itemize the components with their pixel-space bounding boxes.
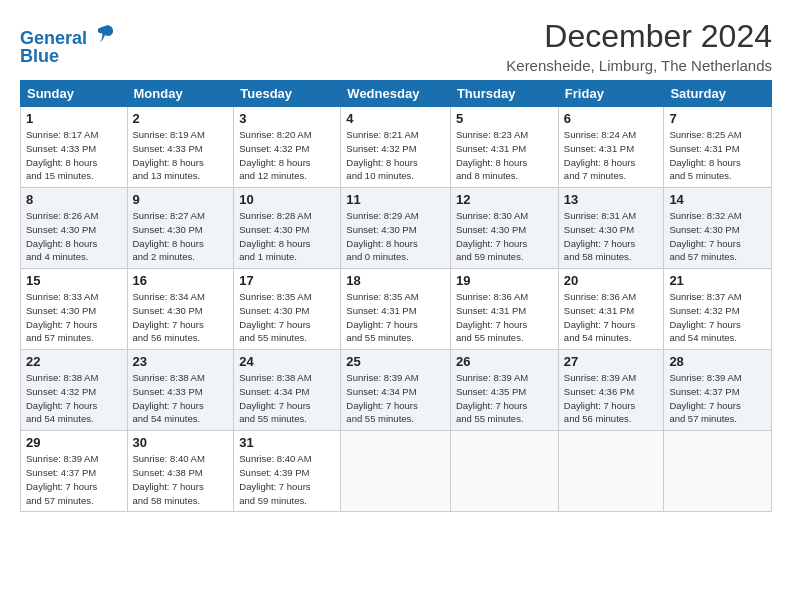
calendar-day-cell: 24Sunrise: 8:38 AM Sunset: 4:34 PM Dayli… — [234, 350, 341, 431]
day-info: Sunrise: 8:37 AM Sunset: 4:32 PM Dayligh… — [669, 290, 766, 345]
day-info: Sunrise: 8:27 AM Sunset: 4:30 PM Dayligh… — [133, 209, 229, 264]
month-title: December 2024 — [506, 18, 772, 55]
day-number: 18 — [346, 273, 445, 288]
calendar-day-cell: 15Sunrise: 8:33 AM Sunset: 4:30 PM Dayli… — [21, 269, 128, 350]
day-number: 12 — [456, 192, 553, 207]
day-number: 10 — [239, 192, 335, 207]
day-info: Sunrise: 8:39 AM Sunset: 4:36 PM Dayligh… — [564, 371, 659, 426]
calendar-day-cell: 16Sunrise: 8:34 AM Sunset: 4:30 PM Dayli… — [127, 269, 234, 350]
day-number: 22 — [26, 354, 122, 369]
day-info: Sunrise: 8:26 AM Sunset: 4:30 PM Dayligh… — [26, 209, 122, 264]
day-info: Sunrise: 8:39 AM Sunset: 4:34 PM Dayligh… — [346, 371, 445, 426]
day-info: Sunrise: 8:25 AM Sunset: 4:31 PM Dayligh… — [669, 128, 766, 183]
day-info: Sunrise: 8:19 AM Sunset: 4:33 PM Dayligh… — [133, 128, 229, 183]
day-info: Sunrise: 8:29 AM Sunset: 4:30 PM Dayligh… — [346, 209, 445, 264]
calendar-week-row: 1Sunrise: 8:17 AM Sunset: 4:33 PM Daylig… — [21, 107, 772, 188]
day-number: 15 — [26, 273, 122, 288]
day-number: 2 — [133, 111, 229, 126]
weekday-header-tuesday: Tuesday — [234, 81, 341, 107]
calendar-day-cell: 6Sunrise: 8:24 AM Sunset: 4:31 PM Daylig… — [558, 107, 664, 188]
calendar-day-cell: 17Sunrise: 8:35 AM Sunset: 4:30 PM Dayli… — [234, 269, 341, 350]
subtitle: Kerensheide, Limburg, The Netherlands — [506, 57, 772, 74]
day-info: Sunrise: 8:34 AM Sunset: 4:30 PM Dayligh… — [133, 290, 229, 345]
day-info: Sunrise: 8:35 AM Sunset: 4:31 PM Dayligh… — [346, 290, 445, 345]
calendar-day-cell: 25Sunrise: 8:39 AM Sunset: 4:34 PM Dayli… — [341, 350, 451, 431]
calendar-day-cell: 5Sunrise: 8:23 AM Sunset: 4:31 PM Daylig… — [450, 107, 558, 188]
day-number: 8 — [26, 192, 122, 207]
calendar-empty-cell — [664, 431, 772, 512]
day-number: 29 — [26, 435, 122, 450]
calendar-day-cell: 30Sunrise: 8:40 AM Sunset: 4:38 PM Dayli… — [127, 431, 234, 512]
day-info: Sunrise: 8:35 AM Sunset: 4:30 PM Dayligh… — [239, 290, 335, 345]
day-number: 24 — [239, 354, 335, 369]
calendar-day-cell: 14Sunrise: 8:32 AM Sunset: 4:30 PM Dayli… — [664, 188, 772, 269]
day-info: Sunrise: 8:28 AM Sunset: 4:30 PM Dayligh… — [239, 209, 335, 264]
day-info: Sunrise: 8:17 AM Sunset: 4:33 PM Dayligh… — [26, 128, 122, 183]
day-info: Sunrise: 8:23 AM Sunset: 4:31 PM Dayligh… — [456, 128, 553, 183]
day-info: Sunrise: 8:39 AM Sunset: 4:37 PM Dayligh… — [26, 452, 122, 507]
calendar-day-cell: 7Sunrise: 8:25 AM Sunset: 4:31 PM Daylig… — [664, 107, 772, 188]
day-info: Sunrise: 8:40 AM Sunset: 4:38 PM Dayligh… — [133, 452, 229, 507]
day-info: Sunrise: 8:30 AM Sunset: 4:30 PM Dayligh… — [456, 209, 553, 264]
day-number: 17 — [239, 273, 335, 288]
day-info: Sunrise: 8:38 AM Sunset: 4:34 PM Dayligh… — [239, 371, 335, 426]
title-block: December 2024 Kerensheide, Limburg, The … — [506, 18, 772, 74]
calendar-day-cell: 27Sunrise: 8:39 AM Sunset: 4:36 PM Dayli… — [558, 350, 664, 431]
day-number: 21 — [669, 273, 766, 288]
calendar-day-cell: 12Sunrise: 8:30 AM Sunset: 4:30 PM Dayli… — [450, 188, 558, 269]
calendar-empty-cell — [341, 431, 451, 512]
logo-text: General — [20, 22, 116, 49]
calendar-day-cell: 10Sunrise: 8:28 AM Sunset: 4:30 PM Dayli… — [234, 188, 341, 269]
day-info: Sunrise: 8:32 AM Sunset: 4:30 PM Dayligh… — [669, 209, 766, 264]
day-number: 14 — [669, 192, 766, 207]
calendar-day-cell: 11Sunrise: 8:29 AM Sunset: 4:30 PM Dayli… — [341, 188, 451, 269]
calendar-empty-cell — [558, 431, 664, 512]
day-info: Sunrise: 8:20 AM Sunset: 4:32 PM Dayligh… — [239, 128, 335, 183]
day-number: 1 — [26, 111, 122, 126]
day-info: Sunrise: 8:24 AM Sunset: 4:31 PM Dayligh… — [564, 128, 659, 183]
page: General Blue December 2024 Kerensheide, … — [0, 0, 792, 522]
weekday-header-row: SundayMondayTuesdayWednesdayThursdayFrid… — [21, 81, 772, 107]
calendar: SundayMondayTuesdayWednesdayThursdayFrid… — [20, 80, 772, 512]
day-number: 28 — [669, 354, 766, 369]
calendar-day-cell: 21Sunrise: 8:37 AM Sunset: 4:32 PM Dayli… — [664, 269, 772, 350]
day-info: Sunrise: 8:21 AM Sunset: 4:32 PM Dayligh… — [346, 128, 445, 183]
day-number: 3 — [239, 111, 335, 126]
day-number: 26 — [456, 354, 553, 369]
day-info: Sunrise: 8:39 AM Sunset: 4:35 PM Dayligh… — [456, 371, 553, 426]
calendar-day-cell: 20Sunrise: 8:36 AM Sunset: 4:31 PM Dayli… — [558, 269, 664, 350]
day-number: 30 — [133, 435, 229, 450]
calendar-day-cell: 3Sunrise: 8:20 AM Sunset: 4:32 PM Daylig… — [234, 107, 341, 188]
day-number: 9 — [133, 192, 229, 207]
calendar-day-cell: 8Sunrise: 8:26 AM Sunset: 4:30 PM Daylig… — [21, 188, 128, 269]
day-info: Sunrise: 8:39 AM Sunset: 4:37 PM Dayligh… — [669, 371, 766, 426]
calendar-day-cell: 1Sunrise: 8:17 AM Sunset: 4:33 PM Daylig… — [21, 107, 128, 188]
logo-line1: General — [20, 28, 87, 48]
day-info: Sunrise: 8:33 AM Sunset: 4:30 PM Dayligh… — [26, 290, 122, 345]
weekday-header-monday: Monday — [127, 81, 234, 107]
calendar-empty-cell — [450, 431, 558, 512]
logo-bird-icon — [94, 22, 116, 44]
calendar-week-row: 15Sunrise: 8:33 AM Sunset: 4:30 PM Dayli… — [21, 269, 772, 350]
calendar-day-cell: 23Sunrise: 8:38 AM Sunset: 4:33 PM Dayli… — [127, 350, 234, 431]
calendar-day-cell: 28Sunrise: 8:39 AM Sunset: 4:37 PM Dayli… — [664, 350, 772, 431]
day-info: Sunrise: 8:31 AM Sunset: 4:30 PM Dayligh… — [564, 209, 659, 264]
day-number: 16 — [133, 273, 229, 288]
weekday-header-friday: Friday — [558, 81, 664, 107]
day-number: 19 — [456, 273, 553, 288]
day-number: 11 — [346, 192, 445, 207]
calendar-day-cell: 9Sunrise: 8:27 AM Sunset: 4:30 PM Daylig… — [127, 188, 234, 269]
day-number: 5 — [456, 111, 553, 126]
weekday-header-saturday: Saturday — [664, 81, 772, 107]
day-number: 7 — [669, 111, 766, 126]
day-info: Sunrise: 8:38 AM Sunset: 4:32 PM Dayligh… — [26, 371, 122, 426]
day-number: 13 — [564, 192, 659, 207]
calendar-day-cell: 29Sunrise: 8:39 AM Sunset: 4:37 PM Dayli… — [21, 431, 128, 512]
day-number: 25 — [346, 354, 445, 369]
weekday-header-thursday: Thursday — [450, 81, 558, 107]
calendar-day-cell: 22Sunrise: 8:38 AM Sunset: 4:32 PM Dayli… — [21, 350, 128, 431]
calendar-day-cell: 13Sunrise: 8:31 AM Sunset: 4:30 PM Dayli… — [558, 188, 664, 269]
day-number: 31 — [239, 435, 335, 450]
day-info: Sunrise: 8:36 AM Sunset: 4:31 PM Dayligh… — [564, 290, 659, 345]
calendar-day-cell: 26Sunrise: 8:39 AM Sunset: 4:35 PM Dayli… — [450, 350, 558, 431]
